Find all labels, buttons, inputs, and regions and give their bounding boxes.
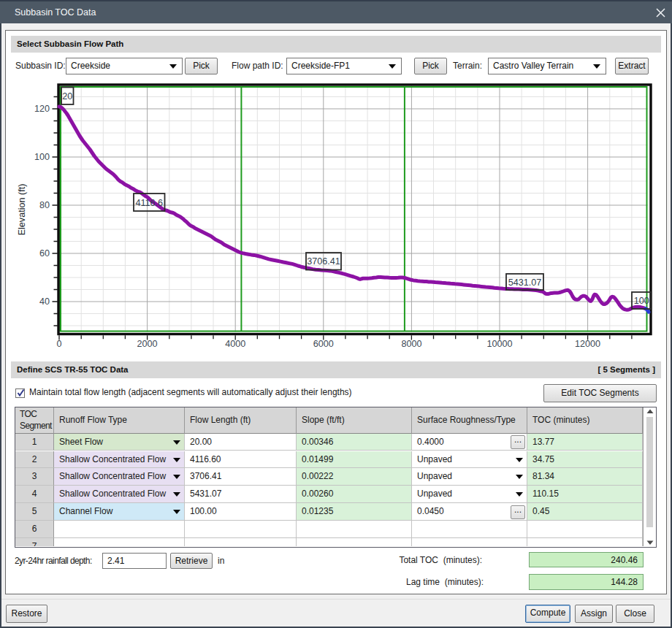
svg-text:10000: 10000 [486,339,512,349]
svg-text:40: 40 [39,296,50,307]
svg-text:120: 120 [34,104,50,114]
svg-text:100: 100 [34,152,50,162]
svg-text:12000: 12000 [575,339,600,349]
svg-text:0: 0 [56,339,61,349]
svg-text:100: 100 [634,296,649,306]
svg-text:3706.41: 3706.41 [307,256,340,267]
svg-text:60: 60 [39,248,50,259]
svg-text:6000: 6000 [313,339,334,349]
svg-text:2000: 2000 [137,339,158,349]
svg-text:Elevation (ft): Elevation (ft) [17,184,27,236]
svg-text:20: 20 [62,91,72,102]
svg-text:80: 80 [39,200,50,210]
svg-text:4116.6: 4116.6 [135,198,163,208]
svg-text:8000: 8000 [401,339,421,349]
svg-text:5431.07: 5431.07 [508,277,542,288]
svg-text:4000: 4000 [225,339,245,349]
